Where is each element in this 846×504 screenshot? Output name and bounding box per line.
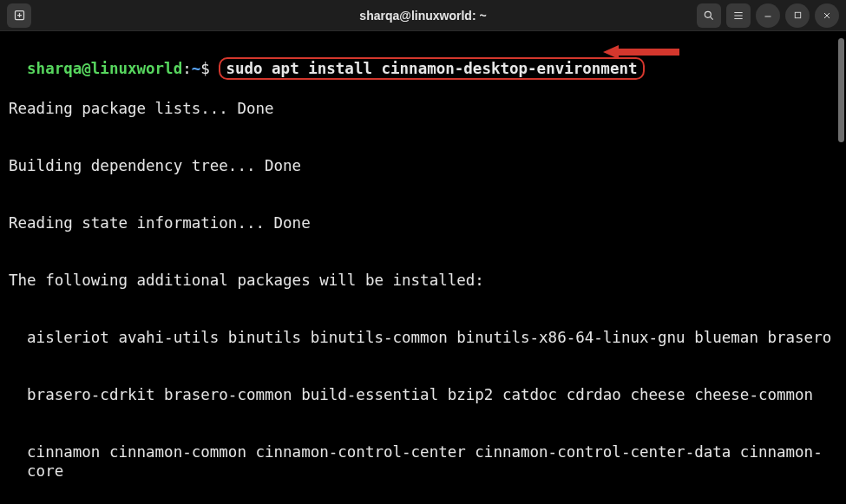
output-line: The following additional packages will b…: [9, 271, 837, 290]
command-text: sudo apt install cinnamon-desktop-enviro…: [226, 60, 637, 77]
titlebar: sharqa@linuxworld: ~: [0, 0, 846, 31]
svg-point-1: [705, 11, 711, 17]
prompt-sep-colon: :: [182, 60, 192, 77]
minimize-button[interactable]: [756, 3, 780, 28]
search-button[interactable]: [697, 3, 721, 28]
package-row: cinnamon cinnamon-common cinnamon-contro…: [9, 442, 837, 481]
output-line: Reading state information... Done: [9, 213, 837, 232]
prompt-sep-dollar: $: [200, 60, 219, 77]
window-title: sharqa@linuxworld: ~: [359, 6, 486, 25]
maximize-button[interactable]: [785, 3, 810, 28]
new-tab-button[interactable]: [7, 3, 31, 28]
prompt-user-host: sharqa@linuxworld: [27, 60, 182, 77]
svg-rect-2: [795, 12, 800, 17]
command-highlight: sudo apt install cinnamon-desktop-enviro…: [219, 57, 644, 80]
scrollbar-thumb[interactable]: [838, 38, 844, 142]
close-button[interactable]: [815, 3, 839, 28]
prompt: sharqa@linuxworld:~$: [27, 60, 219, 77]
package-row: aisleriot avahi-utils binutils binutils-…: [9, 328, 837, 347]
prompt-path: ~: [192, 60, 201, 77]
menu-button[interactable]: [726, 3, 751, 28]
output-line: Building dependency tree... Done: [9, 156, 837, 175]
output-line: Reading package lists... Done: [9, 99, 837, 118]
terminal-body[interactable]: sharqa@linuxworld:~$ sudo apt install ci…: [0, 31, 846, 504]
package-row: brasero-cdrkit brasero-common build-esse…: [9, 385, 837, 404]
